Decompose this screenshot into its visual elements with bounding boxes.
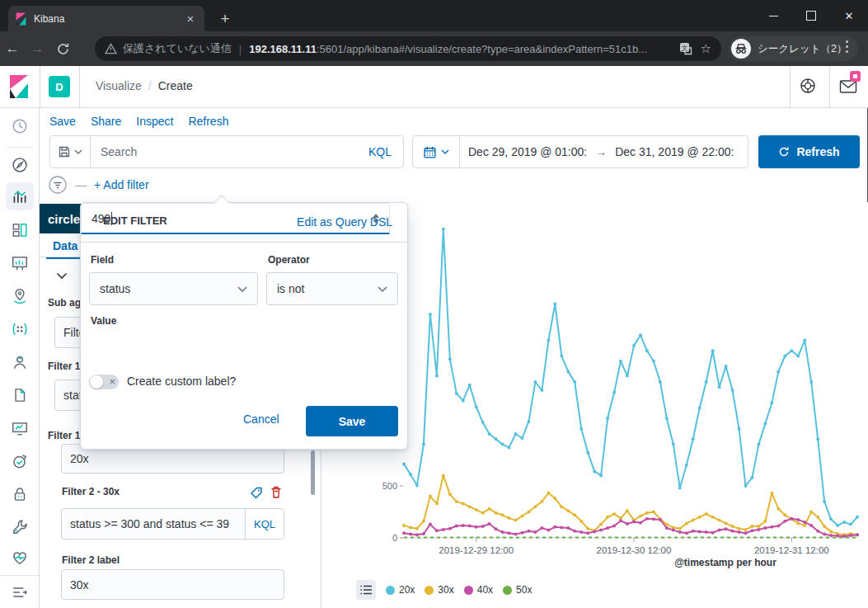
canvas-icon[interactable] bbox=[11, 254, 29, 272]
data-point-20x[interactable] bbox=[429, 313, 432, 316]
data-point-20x[interactable] bbox=[770, 401, 773, 404]
data-point-30x[interactable] bbox=[599, 523, 603, 526]
data-point-40x[interactable] bbox=[816, 530, 819, 533]
accordion-chevron-icon[interactable] bbox=[56, 272, 68, 280]
data-point-30x[interactable] bbox=[612, 512, 616, 516]
data-point-40x[interactable] bbox=[751, 529, 754, 532]
data-point-20x[interactable] bbox=[553, 303, 556, 306]
add-filter-link[interactable]: + Add filter bbox=[94, 178, 149, 191]
refresh-link[interactable]: Refresh bbox=[188, 115, 228, 128]
data-point-40x[interactable] bbox=[560, 526, 563, 529]
data-point-20x[interactable] bbox=[409, 473, 412, 476]
data-point-30x[interactable] bbox=[803, 524, 806, 527]
data-point-20x[interactable] bbox=[842, 521, 846, 524]
data-point-20x[interactable] bbox=[645, 349, 649, 352]
editor-scrollbar-thumb[interactable] bbox=[311, 450, 315, 495]
data-point-40x[interactable] bbox=[527, 530, 530, 533]
filter2-query-input[interactable]: status >= 300 and status <= 39 KQL bbox=[61, 508, 284, 540]
search-input[interactable]: Search bbox=[91, 145, 368, 158]
data-point-40x[interactable] bbox=[442, 528, 445, 531]
edit-as-query-dsl-link[interactable]: Edit as Query DSL bbox=[297, 215, 392, 229]
custom-label-toggle[interactable]: × bbox=[89, 375, 119, 389]
data-point-20x[interactable] bbox=[757, 443, 760, 446]
data-point-20x[interactable] bbox=[692, 437, 695, 441]
save-button[interactable]: Save bbox=[306, 406, 398, 436]
data-point-30x[interactable] bbox=[744, 528, 748, 531]
data-point-40x[interactable] bbox=[481, 525, 485, 528]
data-point-30x[interactable] bbox=[652, 511, 655, 514]
operator-select[interactable]: is not bbox=[266, 272, 398, 305]
data-point-30x[interactable] bbox=[553, 497, 556, 500]
save-link[interactable]: Save bbox=[49, 115, 76, 128]
data-point-20x[interactable] bbox=[626, 374, 629, 377]
legend-item-30x[interactable]: 30x bbox=[425, 584, 453, 596]
data-point-40x[interactable] bbox=[508, 531, 511, 535]
space-badge[interactable]: D bbox=[49, 76, 70, 97]
data-point-20x[interactable] bbox=[731, 389, 734, 392]
data-point-30x[interactable] bbox=[495, 511, 498, 515]
data-point-30x[interactable] bbox=[402, 524, 406, 527]
data-point-30x[interactable] bbox=[809, 511, 813, 514]
maps-icon[interactable] bbox=[11, 287, 29, 305]
data-point-20x[interactable] bbox=[829, 517, 833, 521]
data-point-40x[interactable] bbox=[711, 531, 715, 535]
data-point-40x[interactable] bbox=[521, 531, 524, 535]
data-point-30x[interactable] bbox=[678, 527, 682, 530]
data-point-20x[interactable] bbox=[790, 349, 793, 352]
data-point-20x[interactable] bbox=[606, 417, 609, 420]
metrics-icon[interactable] bbox=[11, 353, 29, 371]
data-point-30x[interactable] bbox=[533, 505, 537, 508]
data-point-30x[interactable] bbox=[606, 516, 609, 519]
data-point-30x[interactable] bbox=[816, 516, 819, 519]
data-point-30x[interactable] bbox=[547, 492, 550, 495]
data-point-40x[interactable] bbox=[645, 517, 649, 521]
data-point-40x[interactable] bbox=[803, 521, 806, 524]
data-point-30x[interactable] bbox=[514, 519, 518, 522]
data-point-20x[interactable] bbox=[488, 432, 491, 436]
data-point-40x[interactable] bbox=[468, 525, 472, 528]
data-point-40x[interactable] bbox=[718, 529, 721, 532]
data-point-30x[interactable] bbox=[579, 520, 583, 523]
data-point-40x[interactable] bbox=[777, 525, 780, 528]
data-point-30x[interactable] bbox=[475, 508, 478, 511]
data-point-20x[interactable] bbox=[442, 228, 445, 231]
data-point-40x[interactable] bbox=[566, 526, 570, 530]
data-point-30x[interactable] bbox=[521, 515, 524, 518]
data-point-40x[interactable] bbox=[540, 526, 543, 530]
apm-icon[interactable] bbox=[11, 419, 29, 437]
data-point-40x[interactable] bbox=[829, 534, 833, 537]
data-point-30x[interactable] bbox=[455, 500, 458, 503]
data-point-20x[interactable] bbox=[579, 427, 583, 431]
data-point-40x[interactable] bbox=[488, 522, 491, 526]
tab-data[interactable]: Data bbox=[46, 234, 84, 259]
data-point-40x[interactable] bbox=[579, 530, 583, 534]
series-line-40x[interactable] bbox=[404, 519, 857, 536]
data-point-20x[interactable] bbox=[763, 422, 767, 425]
data-point-20x[interactable] bbox=[599, 474, 603, 477]
refresh-button[interactable]: Refresh bbox=[758, 135, 860, 168]
data-point-40x[interactable] bbox=[547, 529, 550, 532]
data-point-40x[interactable] bbox=[495, 527, 498, 530]
data-point-20x[interactable] bbox=[533, 380, 537, 384]
data-point-20x[interactable] bbox=[521, 436, 524, 440]
breadcrumb-section[interactable]: Visualize bbox=[96, 79, 142, 92]
data-point-40x[interactable] bbox=[462, 524, 465, 527]
data-point-40x[interactable] bbox=[738, 530, 741, 534]
data-point-30x[interactable] bbox=[823, 525, 826, 528]
collapse-nav-icon[interactable] bbox=[11, 583, 29, 601]
data-point-40x[interactable] bbox=[455, 525, 458, 528]
data-point-30x[interactable] bbox=[645, 511, 649, 515]
siem-lock-icon[interactable] bbox=[11, 485, 29, 503]
data-point-40x[interactable] bbox=[725, 527, 728, 530]
data-point-20x[interactable] bbox=[422, 443, 425, 446]
data-point-40x[interactable] bbox=[809, 524, 813, 527]
data-point-40x[interactable] bbox=[619, 519, 622, 522]
data-point-40x[interactable] bbox=[422, 532, 425, 535]
data-point-30x[interactable] bbox=[705, 512, 708, 516]
window-minimize-icon[interactable] bbox=[754, 0, 792, 31]
data-point-20x[interactable] bbox=[856, 516, 859, 519]
filter2-kql-button[interactable]: KQL bbox=[245, 509, 284, 539]
data-point-40x[interactable] bbox=[409, 533, 412, 536]
data-point-40x[interactable] bbox=[685, 531, 688, 535]
data-point-20x[interactable] bbox=[632, 344, 636, 347]
